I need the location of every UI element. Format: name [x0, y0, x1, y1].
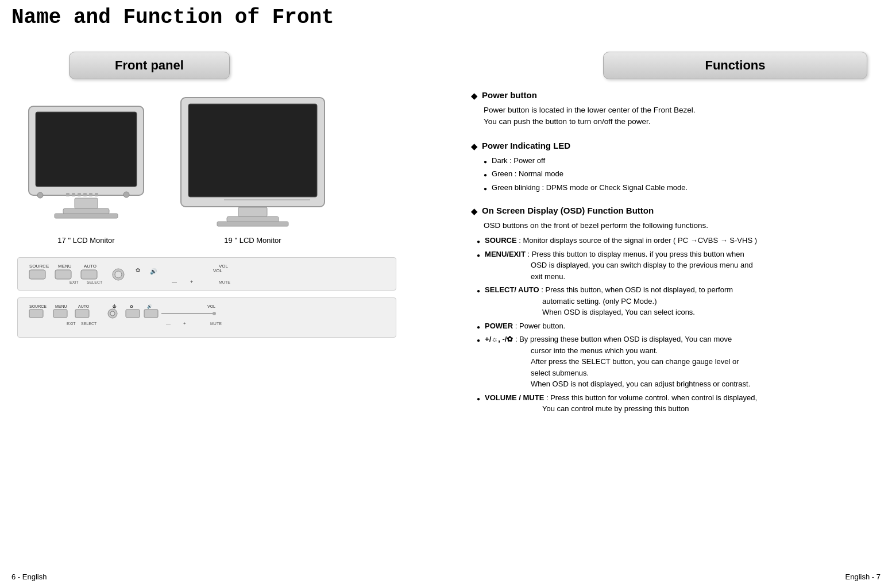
function-osd: On Screen Display (OSD) Function Button … — [471, 204, 879, 415]
svg-text:SOURCE: SOURCE — [29, 264, 49, 269]
led-sub-blink: Green blinking : DPMS mode or Check Sign… — [484, 182, 879, 194]
led-sub-green: Green : Normal mode — [484, 168, 879, 180]
svg-text:MENU: MENU — [55, 304, 67, 308]
svg-rect-4 — [72, 193, 75, 196]
function-osd-title: On Screen Display (OSD) Function Button — [471, 204, 879, 218]
monitor-17: 17 " LCD Monitor — [23, 100, 149, 245]
osd-plus-minus: +/☼, -/✿ : By pressing these button when… — [477, 334, 879, 390]
svg-rect-49 — [144, 310, 158, 318]
svg-rect-14 — [188, 104, 317, 197]
svg-text:—: — — [166, 321, 171, 326]
svg-rect-45 — [75, 310, 89, 318]
svg-rect-5 — [78, 193, 81, 196]
control-panel-area: SOURCE MENU AUTO VOL ✿ 🔊 VOL EXIT SELECT… — [17, 257, 396, 338]
svg-rect-43 — [29, 310, 43, 318]
function-led: Power Indicating LED Dark : Power off Gr… — [471, 140, 879, 194]
monitor-19-label: 19 " LCD Monitor — [224, 236, 281, 245]
svg-text:MUTE: MUTE — [210, 322, 222, 326]
svg-text:VOL: VOL — [213, 268, 223, 273]
functions-header: Functions — [603, 52, 867, 79]
svg-rect-3 — [66, 193, 69, 196]
footer-left: 6 - English — [11, 572, 47, 581]
monitor-17-label: 17 " LCD Monitor — [57, 236, 114, 245]
function-osd-desc: OSD buttons on the front of bezel perfor… — [484, 220, 879, 231]
svg-rect-1 — [36, 112, 137, 187]
svg-point-27 — [115, 271, 122, 278]
svg-text:+: + — [183, 321, 186, 326]
svg-text:✿: ✿ — [130, 304, 133, 308]
function-power-button: Power button Power button is located in … — [471, 89, 879, 128]
function-power-button-desc: Power button is located in the lower cen… — [484, 105, 879, 128]
svg-point-47 — [110, 311, 115, 316]
svg-rect-48 — [126, 310, 140, 318]
svg-text:—: — — [172, 279, 177, 285]
svg-rect-23 — [29, 270, 45, 279]
footer-right: English - 7 — [845, 572, 881, 581]
svg-text:MENU: MENU — [58, 264, 72, 269]
svg-rect-8 — [95, 193, 98, 196]
svg-rect-18 — [217, 222, 288, 226]
svg-text:🔊: 🔊 — [147, 304, 152, 309]
page-title: Name and Function of Front — [11, 6, 334, 29]
osd-menu-exit: MENU/EXIT : Press this button to display… — [477, 249, 879, 283]
svg-rect-10 — [75, 198, 98, 208]
svg-point-2 — [37, 192, 43, 198]
svg-text:MUTE: MUTE — [219, 280, 230, 284]
osd-source: SOURCE : Monitor displays source of the … — [477, 235, 879, 246]
svg-rect-12 — [55, 214, 118, 218]
svg-text:AUTO: AUTO — [78, 304, 90, 308]
svg-rect-44 — [53, 310, 67, 318]
function-led-title: Power Indicating LED — [471, 140, 879, 153]
svg-point-9 — [123, 192, 129, 198]
monitor-19: 19 " LCD Monitor — [178, 95, 327, 245]
svg-text:AUTO: AUTO — [84, 264, 96, 269]
svg-text:SELECT: SELECT — [81, 322, 97, 326]
svg-rect-25 — [81, 270, 97, 279]
svg-point-51 — [213, 312, 216, 315]
svg-rect-16 — [238, 207, 267, 216]
svg-text:🔊: 🔊 — [150, 268, 157, 275]
function-power-button-title: Power button — [471, 89, 879, 102]
functions-section: Power button Power button is located in … — [471, 89, 879, 426]
svg-text:SELECT: SELECT — [87, 280, 103, 284]
svg-rect-7 — [89, 193, 92, 196]
svg-rect-24 — [55, 270, 71, 279]
osd-power: POWER : Power button. — [477, 320, 879, 332]
svg-text:EXIT: EXIT — [67, 322, 76, 326]
svg-text:EXIT: EXIT — [69, 280, 79, 284]
svg-text:✿: ✿ — [136, 267, 140, 273]
front-panel-header: Front panel — [69, 52, 230, 79]
svg-text:VOL: VOL — [207, 304, 215, 308]
svg-text:⏻: ⏻ — [113, 304, 117, 308]
osd-volume-mute: VOLUME / MUTE : Press this button for vo… — [477, 392, 879, 415]
svg-rect-6 — [83, 193, 87, 196]
led-sub-dark: Dark : Power off — [484, 155, 879, 167]
svg-text:SOURCE: SOURCE — [29, 304, 47, 308]
svg-text:+: + — [190, 279, 193, 285]
osd-select-auto: SELECT/ AUTO : Press this button, when O… — [477, 284, 879, 318]
